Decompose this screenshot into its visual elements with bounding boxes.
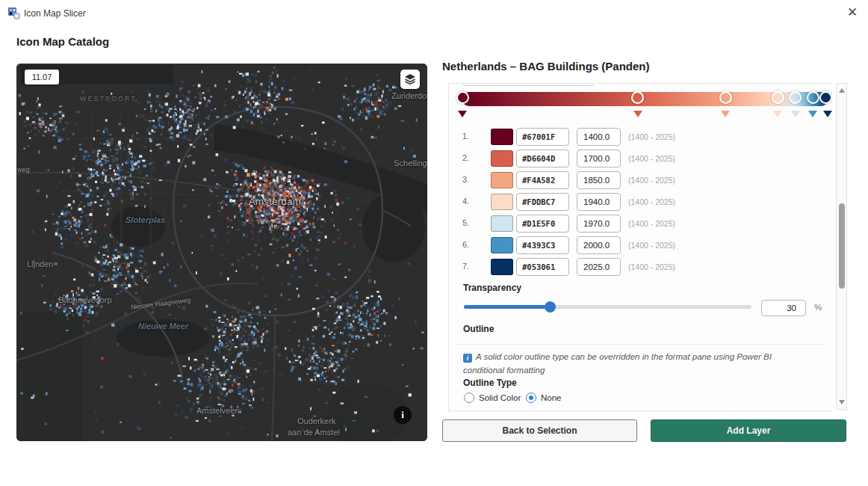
- gradient-stop-marker[interactable]: [773, 111, 782, 117]
- color-swatch[interactable]: [491, 215, 513, 232]
- layers-icon: [404, 73, 416, 85]
- map-canvas[interactable]: [16, 64, 427, 441]
- dialog-window: Icon Map Slicer ✕ Icon Map Catalog WESTP…: [0, 0, 868, 486]
- gradient-handle[interactable]: [719, 91, 732, 104]
- gradient-stop-marker[interactable]: [633, 111, 642, 117]
- transparency-slider-fill: [464, 305, 551, 309]
- info-icon: i: [463, 354, 472, 363]
- value-range-hint: (1400 - 2025): [628, 176, 675, 185]
- value-range-hint: (1400 - 2025): [628, 219, 675, 228]
- value-range-hint: (1400 - 2025): [628, 132, 675, 141]
- color-swatch[interactable]: [491, 172, 513, 188]
- color-swatch[interactable]: [491, 237, 513, 253]
- value-input[interactable]: [577, 171, 621, 189]
- stop-index: 1.: [462, 132, 469, 141]
- hex-input[interactable]: [516, 150, 569, 167]
- hex-input[interactable]: [516, 215, 569, 233]
- gradient-handle[interactable]: [456, 91, 469, 104]
- color-stop-row: 5.(1400 - 2025): [462, 215, 821, 233]
- hex-input[interactable]: [516, 193, 569, 211]
- add-layer-button[interactable]: Add Layer: [651, 419, 846, 442]
- radio-solid-color[interactable]: Solid Color: [464, 392, 521, 404]
- color-stop-row: 1.(1400 - 2025): [462, 128, 821, 146]
- gradient-handle[interactable]: [772, 91, 784, 104]
- hex-input[interactable]: [516, 236, 569, 254]
- stop-index: 6.: [462, 240, 469, 249]
- vertical-scrollbar[interactable]: [836, 83, 847, 410]
- partially-scrolled-field: [462, 83, 594, 86]
- close-icon[interactable]: ✕: [843, 4, 861, 22]
- map-info-button[interactable]: i: [394, 406, 412, 424]
- value-range-hint: (1400 - 2025): [628, 241, 675, 250]
- radio-button[interactable]: [464, 393, 474, 403]
- value-input[interactable]: [577, 128, 621, 146]
- hex-input[interactable]: [516, 128, 569, 146]
- value-range-hint: (1400 - 2025): [628, 197, 675, 206]
- color-stop-row: 7.(1400 - 2025): [462, 258, 821, 276]
- color-swatch[interactable]: [491, 259, 513, 275]
- gradient-stop-marker[interactable]: [458, 111, 467, 117]
- value-input[interactable]: [577, 236, 621, 254]
- color-stop-row: 3.(1400 - 2025): [462, 171, 821, 189]
- hex-input[interactable]: [516, 171, 569, 189]
- stop-index: 4.: [462, 197, 469, 206]
- radio-label: None: [541, 393, 562, 402]
- scrollbar-thumb[interactable]: [839, 203, 845, 289]
- gradient-stop-marker[interactable]: [808, 111, 817, 117]
- value-range-hint: (1400 - 2025): [628, 154, 675, 163]
- app-icon: [7, 7, 20, 19]
- stop-index: 7.: [462, 262, 469, 271]
- value-range-hint: (1400 - 2025): [628, 262, 675, 271]
- zoom-level-badge: 11.07: [25, 70, 59, 84]
- back-to-selection-button[interactable]: Back to Selection: [442, 419, 637, 442]
- scroll-down-icon[interactable]: [839, 400, 845, 405]
- color-swatch[interactable]: [491, 194, 513, 210]
- value-input[interactable]: [577, 150, 621, 167]
- value-input[interactable]: [577, 215, 621, 233]
- radio-button[interactable]: [526, 393, 536, 403]
- map-panel[interactable]: WESTPOORTZunderdorSchellingwouwegLijnden…: [16, 64, 427, 441]
- gradient-stop-marker[interactable]: [823, 111, 832, 117]
- hex-input[interactable]: [516, 258, 569, 276]
- stop-index: 3.: [462, 175, 469, 184]
- percent-label: %: [814, 303, 822, 312]
- radio-label: Solid Color: [479, 393, 521, 402]
- transparency-label: Transparency: [463, 283, 521, 293]
- color-stop-row: 4.(1400 - 2025): [462, 193, 821, 211]
- color-stop-row: 6.(1400 - 2025): [462, 236, 821, 254]
- outline-info-text: iA solid color outline type can be overr…: [463, 350, 814, 378]
- value-input[interactable]: [577, 193, 621, 211]
- outline-heading: Outline: [463, 324, 494, 334]
- value-input[interactable]: [577, 258, 621, 276]
- divider: [456, 344, 825, 345]
- color-stop-row: 2.(1400 - 2025): [462, 150, 821, 167]
- gradient-stop-marker[interactable]: [791, 111, 800, 117]
- page-title: Icon Map Catalog: [16, 35, 109, 48]
- radio-none[interactable]: None: [526, 392, 562, 404]
- gradient-handle[interactable]: [819, 91, 832, 104]
- color-swatch[interactable]: [491, 150, 513, 167]
- layers-button[interactable]: [400, 70, 420, 89]
- window-title: Icon Map Slicer: [24, 8, 86, 19]
- transparency-value-input[interactable]: [761, 300, 806, 316]
- gradient-handle[interactable]: [807, 91, 819, 104]
- outline-type-label: Outline Type: [463, 378, 517, 388]
- layer-title: Netherlands – BAG Buildings (Panden): [442, 60, 650, 73]
- layer-settings-scroll-area: 1.(1400 - 2025)2.(1400 - 2025)3.(1400 - …: [448, 83, 832, 411]
- scroll-up-icon[interactable]: [839, 88, 845, 93]
- color-swatch[interactable]: [491, 129, 513, 145]
- stop-index: 2.: [462, 153, 469, 162]
- transparency-slider-thumb[interactable]: [545, 301, 556, 313]
- stop-index: 5.: [462, 218, 469, 227]
- gradient-stop-marker[interactable]: [721, 111, 730, 117]
